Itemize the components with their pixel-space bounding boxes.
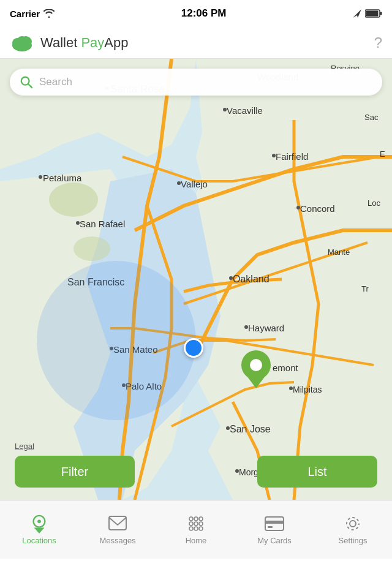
status-right <box>353 9 382 18</box>
svg-marker-0 <box>353 9 361 18</box>
svg-rect-2 <box>366 11 379 17</box>
tab-locations-label: Locations <box>22 536 56 545</box>
svg-text:Loc: Loc <box>368 198 380 208</box>
tab-home[interactable]: Home <box>157 500 235 559</box>
svg-rect-62 <box>109 516 126 530</box>
svg-point-75 <box>350 521 356 527</box>
svg-text:emont: emont <box>273 363 299 373</box>
tab-home-label: Home <box>186 536 207 545</box>
search-bar[interactable]: Search <box>10 69 382 96</box>
search-input[interactable]: Search <box>39 76 372 88</box>
svg-text:Fairfield: Fairfield <box>276 151 308 162</box>
cloud-logo-icon <box>10 33 34 53</box>
svg-point-70 <box>194 527 198 530</box>
svg-point-66 <box>189 522 193 526</box>
location-radius <box>37 261 196 420</box>
messages-icon <box>108 514 127 533</box>
svg-text:Vallejo: Vallejo <box>181 179 208 189</box>
tab-mycards[interactable]: My Cards <box>235 500 314 559</box>
location-arrow-icon <box>353 9 361 18</box>
svg-point-52 <box>49 183 98 217</box>
legal-link[interactable]: Legal <box>15 442 34 451</box>
svg-rect-3 <box>380 12 382 15</box>
map-container[interactable]: Santa Rosa Vacaville Woodland Petaluma F… <box>0 59 392 500</box>
tab-bar: Locations Messages Home <box>0 500 392 559</box>
svg-point-23 <box>177 181 181 185</box>
svg-point-33 <box>244 325 248 329</box>
current-location-dot <box>184 338 203 358</box>
svg-text:Milpitas: Milpitas <box>293 385 322 394</box>
svg-text:Oakland: Oakland <box>233 274 270 284</box>
svg-point-25 <box>76 221 80 225</box>
svg-text:E: E <box>380 149 385 159</box>
tab-mycards-label: My Cards <box>257 536 292 545</box>
svg-text:Tr: Tr <box>361 284 369 293</box>
svg-point-69 <box>189 527 193 530</box>
tab-messages[interactable]: Messages <box>78 500 157 559</box>
svg-point-64 <box>194 517 198 521</box>
status-carrier: Carrier <box>10 9 55 19</box>
logo-area: Wallet PayApp <box>10 33 129 53</box>
search-icon <box>20 75 33 89</box>
svg-point-7 <box>17 36 27 45</box>
svg-point-27 <box>296 206 300 209</box>
svg-point-19 <box>39 175 42 179</box>
svg-point-30 <box>229 276 233 280</box>
svg-point-76 <box>347 518 359 530</box>
carrier-text: Carrier <box>10 9 40 19</box>
svg-text:San Rafael: San Rafael <box>80 219 125 229</box>
svg-point-16 <box>223 108 227 111</box>
list-button[interactable]: List <box>257 456 377 488</box>
svg-text:Sac: Sac <box>364 113 379 122</box>
locations-icon <box>29 514 49 533</box>
wifi-icon <box>43 9 55 18</box>
svg-point-41 <box>289 386 293 390</box>
svg-point-53 <box>74 236 110 261</box>
status-bar: Carrier 12:06 PM <box>0 0 392 27</box>
svg-line-58 <box>28 84 32 88</box>
svg-text:Concord: Concord <box>300 203 335 214</box>
help-button[interactable]: ? <box>374 34 382 51</box>
status-time: 12:06 PM <box>181 7 227 20</box>
app-header: Wallet PayApp ? <box>0 27 392 59</box>
svg-point-56 <box>250 359 262 371</box>
filter-button[interactable]: Filter <box>15 456 135 488</box>
svg-marker-61 <box>34 528 45 533</box>
svg-text:Hayward: Hayward <box>248 323 284 333</box>
tab-messages-label: Messages <box>99 536 135 545</box>
mycards-icon <box>265 514 284 533</box>
svg-point-21 <box>272 154 276 157</box>
svg-point-60 <box>37 519 41 523</box>
svg-rect-74 <box>268 526 273 528</box>
svg-point-71 <box>199 527 203 530</box>
map-buttons: Filter List <box>0 456 392 488</box>
svg-point-68 <box>199 522 203 526</box>
svg-text:Petaluma: Petaluma <box>43 173 82 183</box>
tab-settings[interactable]: Settings <box>314 500 392 559</box>
svg-point-67 <box>194 522 198 526</box>
svg-point-63 <box>189 517 193 521</box>
svg-text:San Jose: San Jose <box>230 424 271 434</box>
tab-settings-label: Settings <box>339 536 368 545</box>
svg-marker-55 <box>245 374 267 388</box>
app-title: Wallet PayApp <box>40 35 129 51</box>
settings-icon <box>343 514 363 533</box>
map-pin-marker <box>239 347 273 390</box>
home-icon <box>186 514 206 533</box>
svg-point-43 <box>226 426 230 430</box>
map-svg: Santa Rosa Vacaville Woodland Petaluma F… <box>0 59 392 500</box>
battery-icon <box>365 9 382 18</box>
svg-point-65 <box>199 517 203 521</box>
tab-locations[interactable]: Locations <box>0 500 78 559</box>
svg-rect-73 <box>265 521 284 524</box>
svg-text:Vacaville: Vacaville <box>227 105 263 116</box>
svg-text:Mante: Mante <box>328 247 350 257</box>
